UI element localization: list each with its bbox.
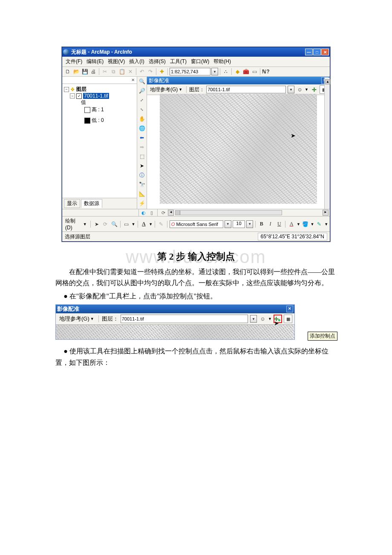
identify-icon[interactable]: ⓘ — [138, 171, 146, 179]
full-extent-icon[interactable]: 🌐 — [138, 124, 146, 132]
print-icon[interactable]: 🖨 — [89, 68, 97, 75]
fill-color-icon[interactable]: 🪣 — [302, 220, 309, 228]
toc-low-label: 低 : 0 — [92, 117, 104, 124]
toc-layer-collapse-icon[interactable]: − — [70, 93, 75, 98]
line-color-icon[interactable]: ✎ — [315, 220, 323, 228]
map-raster-display[interactable] — [160, 94, 317, 204]
toc-layers-root[interactable]: − ❖ 图层 — [64, 86, 135, 93]
save-icon[interactable]: 💾 — [81, 68, 89, 75]
arc-toolbox-icon[interactable]: 🧰 — [242, 68, 250, 75]
toc-tab-display[interactable]: 显示 — [64, 199, 80, 208]
menu-view[interactable]: 视图(V) — [107, 58, 126, 66]
underline-icon[interactable]: U — [275, 220, 283, 228]
new-text-icon[interactable]: A — [140, 220, 148, 228]
toc-tab-source[interactable]: 数据源 — [81, 199, 102, 208]
font-size-combo[interactable]: 10 — [233, 220, 245, 228]
map-scale-input[interactable] — [170, 68, 210, 75]
draw-zoom-icon[interactable]: 🔍 — [110, 220, 118, 228]
toc-layer-item[interactable]: − 70011-1.tif — [64, 93, 135, 99]
map-scroll-left-icon[interactable]: ◄ — [168, 210, 174, 216]
new-rect-icon[interactable]: ▭ — [123, 220, 130, 228]
map-horizontal-scrollbar[interactable] — [175, 210, 282, 215]
georef-layer-combo[interactable]: 70011-1.tif — [206, 86, 286, 93]
map-vertical-scrollbar[interactable]: ▲ — [324, 78, 330, 209]
refresh-icon[interactable]: ⟳ — [160, 209, 167, 216]
arc-catalog-icon[interactable]: ◆ — [233, 68, 241, 75]
minimize-button[interactable]: — — [305, 49, 313, 55]
close-button[interactable]: ✕ — [321, 49, 329, 55]
next-extent-icon[interactable]: ➡ — [138, 143, 146, 151]
figure-georef-menu[interactable]: 地理参考(G) ▼ — [58, 315, 95, 323]
redo-icon[interactable]: ↷ — [147, 68, 154, 75]
standard-toolbar: 🗋 📂 💾 🖨 ✂ ⧉ 📋 ✕ ↶ ↷ ✚ ▼ ∴ ◆ 🧰 ▭ ℕ? — [62, 67, 330, 77]
font-name-combo[interactable]: O Microsoft Sans Serif — [170, 220, 223, 228]
cut-icon[interactable]: ✂ — [101, 68, 109, 75]
layers-icon: ❖ — [70, 87, 75, 92]
copy-icon[interactable]: ⧉ — [110, 68, 117, 75]
toc-close-icon[interactable]: ✕ — [130, 77, 136, 83]
toc-layer-name[interactable]: 70011-1.tif — [83, 93, 109, 99]
data-view-icon[interactable]: ◐ — [140, 209, 147, 216]
map-view[interactable]: 影像配准 ✕ 地理参考(G) ▼ 图层： 70011-1.tif ▼ — [147, 77, 330, 209]
menu-file[interactable]: 文件(F) — [65, 58, 83, 66]
menu-window[interactable]: 窗口(W) — [190, 58, 210, 66]
add-data-icon[interactable]: ✚ — [158, 68, 166, 75]
add-control-point-icon[interactable]: ✛ — [310, 86, 318, 93]
hyperlink-icon[interactable]: ⚡ — [138, 199, 146, 207]
maximize-button[interactable]: □ — [313, 49, 321, 55]
toc-layer-checkbox[interactable] — [76, 93, 82, 99]
arcmap-app-icon — [63, 49, 69, 55]
toc-collapse-icon[interactable]: − — [64, 87, 69, 92]
delete-icon[interactable]: ✕ — [127, 68, 134, 75]
undo-icon[interactable]: ↶ — [138, 68, 146, 75]
new-icon[interactable]: 🗋 — [64, 68, 72, 75]
paste-icon[interactable]: 📋 — [118, 68, 126, 75]
draw-menu[interactable]: 绘制(D) ▼ — [64, 217, 88, 231]
zoom-in-icon[interactable]: 🔍 — [138, 78, 146, 85]
font-color-icon[interactable]: A — [288, 220, 295, 228]
draw-rotate-icon[interactable]: ⟳ — [101, 220, 109, 228]
layout-view-icon[interactable]: ▯ — [148, 209, 155, 216]
fixed-zoom-in-icon[interactable]: ⤢ — [138, 96, 146, 104]
scroll-up-icon[interactable]: ▲ — [325, 79, 330, 84]
menu-tools[interactable]: 工具(T) — [169, 58, 187, 66]
command-line-icon[interactable]: ▭ — [251, 68, 258, 75]
toc-low-row: 低 : 0 — [64, 117, 135, 124]
editor-toolbar-icon[interactable]: ∴ — [222, 68, 230, 75]
font-size-dropdown[interactable]: ▼ — [246, 220, 253, 228]
map-scroll-right-icon[interactable]: ► — [323, 210, 329, 216]
figure-layer-dropdown[interactable]: ▼ — [250, 315, 257, 323]
open-icon[interactable]: 📂 — [72, 68, 80, 75]
prev-extent-icon[interactable]: ⬅ — [138, 134, 146, 142]
table-of-contents[interactable]: − ❖ 图层 − 70011-1.tif 值 高 : 1 — [62, 84, 137, 198]
edit-vertices-icon[interactable]: ✎ — [157, 220, 165, 228]
georef-title-label: 影像配准 — [149, 77, 169, 84]
bold-icon[interactable]: B — [258, 220, 265, 228]
figure-link-table-icon[interactable]: ▦ — [284, 315, 292, 323]
zoom-out-icon[interactable]: 🔎 — [138, 87, 146, 95]
find-icon[interactable]: 🔭 — [138, 181, 146, 188]
menu-help[interactable]: 帮助(H) — [213, 58, 232, 66]
menu-select[interactable]: 选择(S) — [148, 58, 167, 66]
mouse-cursor-icon: ➤ — [291, 132, 296, 139]
italic-icon[interactable]: I — [267, 220, 274, 228]
menu-edit[interactable]: 编辑(E) — [86, 58, 104, 66]
georef-toolbar-figure: 影像配准 ✕ 地理参考(G) ▼ 图层： 70011-1.tif ▼ ⊙ ▼ ✛… — [55, 304, 294, 340]
menu-insert[interactable]: 插入(I) — [128, 58, 145, 66]
draw-select-icon[interactable]: ➤ — [93, 220, 101, 228]
georef-menu[interactable]: 地理参考(G) ▼ — [149, 86, 184, 93]
measure-icon[interactable]: 📐 — [138, 190, 146, 198]
georef-layer-dropdown[interactable]: ▼ — [288, 86, 294, 93]
pan-icon[interactable]: ✋ — [138, 115, 146, 123]
map-scale-dropdown[interactable]: ▼ — [211, 68, 218, 75]
font-name-dropdown[interactable]: ▼ — [225, 220, 231, 228]
select-features-icon[interactable]: ⬚ — [138, 153, 146, 160]
context-help-icon[interactable]: ℕ? — [262, 68, 270, 75]
rotate-icon[interactable]: ⊙ — [296, 86, 303, 93]
figure-georef-title: 影像配准 — [57, 305, 79, 313]
figure-georef-close-icon[interactable]: ✕ — [286, 306, 293, 312]
figure-layer-combo[interactable]: 70011-1.tif — [121, 315, 248, 323]
fixed-zoom-out-icon[interactable]: ⤡ — [138, 106, 146, 113]
select-elements-icon[interactable]: ➤ — [138, 162, 146, 170]
figure-rotate-icon[interactable]: ⊙ — [259, 315, 266, 322]
